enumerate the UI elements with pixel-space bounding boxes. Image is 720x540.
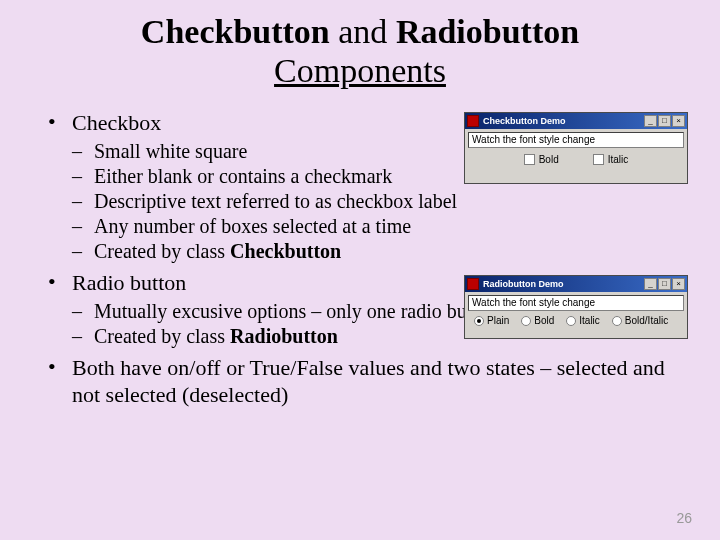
bolditalic-radio[interactable]: Bold/Italic: [612, 315, 668, 326]
bullet-both: •Both have on/off or True/False values a…: [30, 355, 690, 409]
slide-title: Checkbutton and Radiobutton Components: [0, 0, 720, 90]
maximize-button[interactable]: □: [658, 278, 671, 290]
bold-checkbox[interactable]: Bold: [524, 154, 559, 165]
checkbutton-demo-window: Checkbutton Demo _ □ × Watch the font st…: [464, 112, 688, 184]
radiobutton-demo-window: Radiobutton Demo _ □ × Watch the font st…: [464, 275, 688, 339]
close-button[interactable]: ×: [672, 278, 685, 290]
plain-radio[interactable]: Plain: [474, 315, 509, 326]
close-button[interactable]: ×: [672, 115, 685, 127]
app-icon: [467, 278, 479, 290]
italic-checkbox[interactable]: Italic: [593, 154, 629, 165]
bold-radio[interactable]: Bold: [521, 315, 554, 326]
app-icon: [467, 115, 479, 127]
window-title: Checkbutton Demo: [483, 116, 644, 126]
minimize-button[interactable]: _: [644, 115, 657, 127]
page-number: 26: [676, 510, 692, 526]
demo-entry[interactable]: Watch the font style change: [468, 295, 684, 311]
demo-entry[interactable]: Watch the font style change: [468, 132, 684, 148]
italic-radio[interactable]: Italic: [566, 315, 600, 326]
window-title: Radiobutton Demo: [483, 279, 644, 289]
maximize-button[interactable]: □: [658, 115, 671, 127]
minimize-button[interactable]: _: [644, 278, 657, 290]
